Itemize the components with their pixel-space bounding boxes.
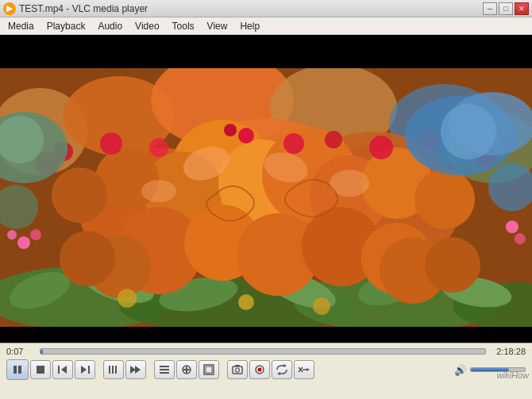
vlc-icon: ▶ <box>3 2 16 15</box>
watermark: wikiHow <box>497 370 529 380</box>
svg-point-63 <box>506 221 519 233</box>
svg-point-24 <box>325 131 342 148</box>
svg-point-93 <box>258 368 262 372</box>
svg-point-65 <box>238 128 254 144</box>
snapshot-icon <box>232 364 243 375</box>
snapshot-button[interactable] <box>227 360 248 379</box>
next-frame-icon <box>79 364 91 375</box>
prev-frame-icon <box>57 364 68 375</box>
svg-point-54 <box>60 231 115 286</box>
svg-point-31 <box>441 104 496 159</box>
svg-point-66 <box>224 124 237 136</box>
svg-rect-69 <box>13 366 17 374</box>
svg-marker-94 <box>283 364 287 367</box>
title-bar: ▶ TEST.mp4 - VLC media player ─ □ ✕ <box>0 0 532 17</box>
svg-rect-75 <box>88 366 90 374</box>
progress-fill <box>40 349 43 354</box>
prev-frame-button[interactable] <box>52 360 73 379</box>
svg-point-56 <box>425 237 480 293</box>
progress-bar[interactable] <box>40 348 486 355</box>
fast-icon <box>129 364 142 375</box>
svg-rect-86 <box>183 369 190 370</box>
svg-point-25 <box>369 136 393 159</box>
svg-rect-81 <box>160 366 169 367</box>
svg-rect-83 <box>160 372 169 374</box>
buttons-row: 🔊 <box>0 358 532 382</box>
black-bar-bottom <box>0 327 532 343</box>
stop-button[interactable] <box>30 360 51 379</box>
extended-icon <box>181 364 192 375</box>
video-content <box>0 68 532 327</box>
close-button[interactable]: ✕ <box>515 2 529 15</box>
svg-point-57 <box>118 289 137 308</box>
svg-rect-88 <box>206 366 212 373</box>
svg-rect-91 <box>235 365 240 366</box>
svg-point-16 <box>52 167 107 223</box>
stop-icon <box>36 365 45 374</box>
video-area <box>0 35 532 343</box>
time-total: 2:18:28 <box>491 347 526 356</box>
fast-button[interactable] <box>125 360 146 379</box>
svg-point-64 <box>515 233 526 244</box>
svg-rect-77 <box>112 366 114 374</box>
svg-marker-74 <box>81 366 87 374</box>
svg-point-90 <box>236 368 240 372</box>
slow-button[interactable] <box>103 360 124 379</box>
svg-point-52 <box>141 180 176 202</box>
window-controls: ─ □ ✕ <box>483 2 529 15</box>
playlist-icon <box>159 364 170 375</box>
svg-rect-78 <box>115 366 117 374</box>
svg-marker-95 <box>277 372 280 375</box>
svg-point-18 <box>414 169 475 229</box>
random-button[interactable] <box>294 360 314 379</box>
svg-rect-89 <box>233 366 242 374</box>
maximize-button[interactable]: □ <box>499 2 513 15</box>
record-button[interactable] <box>249 360 270 379</box>
svg-rect-76 <box>109 366 110 374</box>
pause-icon <box>12 364 23 375</box>
svg-point-60 <box>17 236 30 249</box>
window-title: TEST.mp4 - VLC media player <box>19 3 148 14</box>
menu-media[interactable]: Media <box>2 17 40 34</box>
pause-button[interactable] <box>6 359 29 380</box>
svg-point-62 <box>7 230 17 240</box>
volume-icon[interactable]: 🔊 <box>454 364 467 376</box>
loop-button[interactable] <box>272 360 292 379</box>
time-current: 0:07 <box>6 347 35 356</box>
menu-bar: Media Playback Audio Video Tools View He… <box>0 17 532 35</box>
svg-rect-82 <box>160 369 169 370</box>
playlist-toggle-button[interactable] <box>154 360 175 379</box>
svg-point-59 <box>313 297 330 315</box>
svg-point-22 <box>149 138 168 157</box>
frame-icon <box>203 364 214 375</box>
svg-marker-72 <box>61 366 67 374</box>
controls-area: 0:07 2:18:28 <box>0 343 532 399</box>
menu-tools[interactable]: Tools <box>166 17 201 34</box>
menu-audio[interactable]: Audio <box>91 17 129 34</box>
minimize-button[interactable]: ─ <box>483 2 497 15</box>
left-controls <box>6 359 314 380</box>
loop-icon <box>276 364 288 375</box>
svg-marker-79 <box>130 366 136 374</box>
progress-row: 0:07 2:18:28 <box>0 343 532 358</box>
slow-icon <box>108 364 119 375</box>
record-icon <box>254 364 265 375</box>
svg-point-21 <box>100 132 122 155</box>
extended-button[interactable] <box>176 360 197 379</box>
svg-rect-71 <box>37 366 44 374</box>
menu-video[interactable]: Video <box>129 17 165 34</box>
svg-rect-70 <box>18 366 21 374</box>
svg-point-23 <box>283 133 304 154</box>
menu-view[interactable]: View <box>201 17 234 34</box>
svg-marker-80 <box>135 366 141 374</box>
random-icon <box>298 364 310 375</box>
next-frame-button[interactable] <box>75 360 95 379</box>
menu-playback[interactable]: Playback <box>40 17 92 34</box>
svg-point-58 <box>238 294 254 310</box>
svg-point-61 <box>30 229 41 240</box>
video-frame <box>0 68 532 327</box>
menu-help[interactable]: Help <box>233 17 266 34</box>
black-bar-top <box>0 35 532 68</box>
frame-button[interactable] <box>199 360 219 379</box>
svg-rect-73 <box>58 366 60 374</box>
